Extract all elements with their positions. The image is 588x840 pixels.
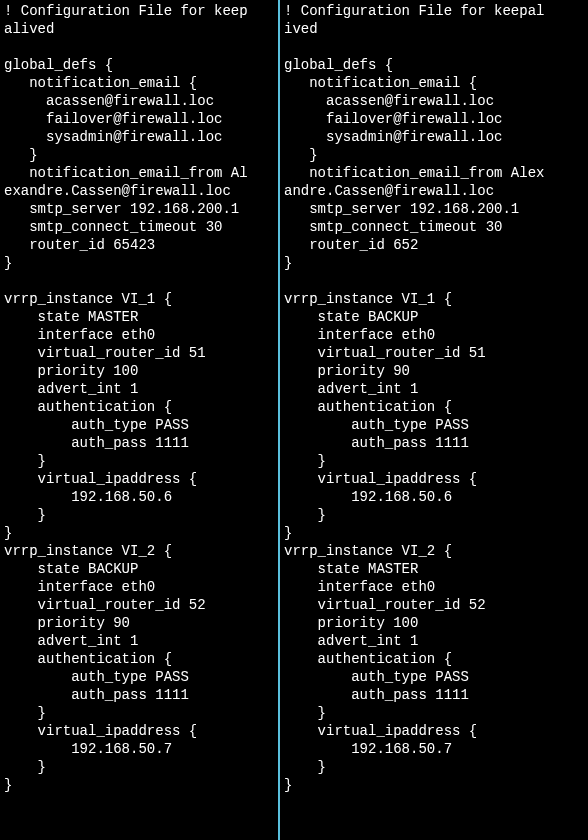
code-line: auth_pass 1111 [284,686,582,704]
code-line: virtual_router_id 51 [284,344,582,362]
code-line: exandre.Cassen@firewall.loc [4,182,274,200]
code-line: } [4,506,274,524]
code-line: notification_email { [284,74,582,92]
code-line: state BACKUP [284,308,582,326]
code-line: virtual_ipaddress { [4,470,274,488]
code-line: ! Configuration File for keepal [284,2,582,20]
code-line: state BACKUP [4,560,274,578]
code-line: failover@firewall.loc [284,110,582,128]
code-line: acassen@firewall.loc [284,92,582,110]
code-line: ived [284,20,582,38]
code-line: vrrp_instance VI_2 { [4,542,274,560]
code-line: alived [4,20,274,38]
code-line: failover@firewall.loc [4,110,274,128]
code-line: vrrp_instance VI_1 { [4,290,274,308]
code-line: acassen@firewall.loc [4,92,274,110]
code-line: } [4,146,274,164]
code-line: router_id 652 [284,236,582,254]
diff-split-view: ! Configuration File for keepalivedgloba… [0,0,588,840]
code-line: interface eth0 [284,326,582,344]
code-line: authentication { [284,650,582,668]
code-line: } [4,704,274,722]
code-line: virtual_router_id 51 [4,344,274,362]
code-line: smtp_connect_timeout 30 [4,218,274,236]
code-line: state MASTER [284,560,582,578]
code-line: authentication { [4,398,274,416]
code-line: interface eth0 [4,326,274,344]
code-line: } [4,254,274,272]
code-line: 192.168.50.7 [284,740,582,758]
code-line: advert_int 1 [4,632,274,650]
code-line: auth_pass 1111 [4,686,274,704]
code-line: sysadmin@firewall.loc [4,128,274,146]
code-line: virtual_ipaddress { [4,722,274,740]
code-line: global_defs { [4,56,274,74]
code-line: } [284,758,582,776]
code-line: smtp_server 192.168.200.1 [284,200,582,218]
code-line: router_id 65423 [4,236,274,254]
code-line: auth_type PASS [284,668,582,686]
code-line: sysadmin@firewall.loc [284,128,582,146]
code-line: authentication { [4,650,274,668]
code-line: smtp_server 192.168.200.1 [4,200,274,218]
left-config-pane[interactable]: ! Configuration File for keepalivedgloba… [0,0,280,840]
code-line: } [284,254,582,272]
code-line [284,38,582,56]
code-line: advert_int 1 [4,380,274,398]
right-config-pane[interactable]: ! Configuration File for keepalivedgloba… [280,0,586,840]
code-line: advert_int 1 [284,380,582,398]
code-line: } [284,452,582,470]
code-line: } [4,776,274,794]
code-line [284,272,582,290]
code-line: } [4,452,274,470]
code-line: interface eth0 [284,578,582,596]
code-line: } [284,524,582,542]
code-line: auth_pass 1111 [4,434,274,452]
code-line: priority 90 [4,614,274,632]
code-line: } [284,146,582,164]
code-line: interface eth0 [4,578,274,596]
code-line: auth_type PASS [284,416,582,434]
code-line: notification_email { [4,74,274,92]
code-line: auth_type PASS [4,416,274,434]
code-line: } [4,524,274,542]
code-line: ! Configuration File for keep [4,2,274,20]
code-line: authentication { [284,398,582,416]
code-line: auth_pass 1111 [284,434,582,452]
code-line: state MASTER [4,308,274,326]
code-line: 192.168.50.7 [4,740,274,758]
code-line: 192.168.50.6 [284,488,582,506]
code-line: } [284,704,582,722]
code-line: notification_email_from Alex [284,164,582,182]
code-line: auth_type PASS [4,668,274,686]
code-line: priority 100 [4,362,274,380]
code-line: } [284,776,582,794]
code-line [4,272,274,290]
code-line [4,38,274,56]
code-line: virtual_ipaddress { [284,722,582,740]
code-line: virtual_router_id 52 [4,596,274,614]
code-line: priority 90 [284,362,582,380]
code-line: vrrp_instance VI_2 { [284,542,582,560]
code-line: } [4,758,274,776]
code-line: 192.168.50.6 [4,488,274,506]
code-line: andre.Cassen@firewall.loc [284,182,582,200]
code-line: priority 100 [284,614,582,632]
code-line: virtual_router_id 52 [284,596,582,614]
code-line: vrrp_instance VI_1 { [284,290,582,308]
code-line: global_defs { [284,56,582,74]
code-line: advert_int 1 [284,632,582,650]
code-line: } [284,506,582,524]
code-line: notification_email_from Al [4,164,274,182]
code-line: virtual_ipaddress { [284,470,582,488]
code-line: smtp_connect_timeout 30 [284,218,582,236]
